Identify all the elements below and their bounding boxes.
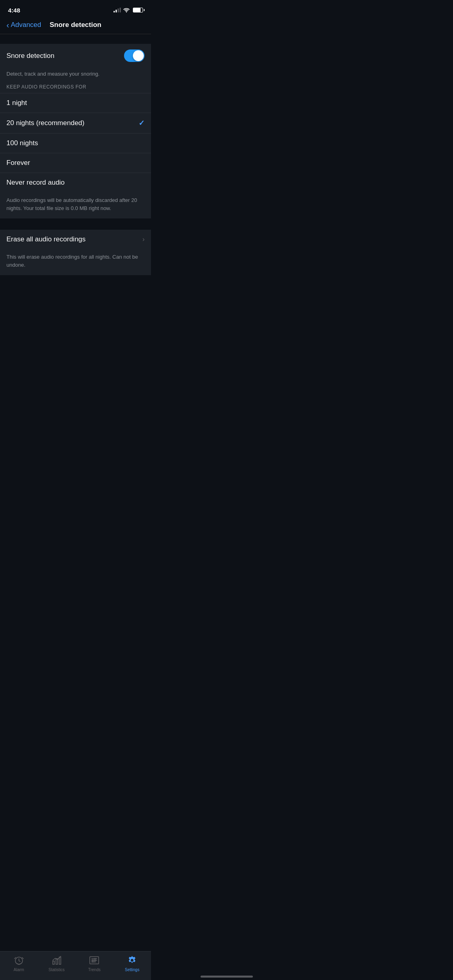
erase-recordings-footer: This will erase audio recordings for all…: [0, 249, 151, 275]
status-bar: 4:48: [0, 0, 151, 18]
option-20-nights[interactable]: 20 nights (recommended) ✓: [0, 113, 151, 133]
toggle-thumb: [133, 50, 144, 61]
audio-recordings-footer: Audio recordings will be automatically d…: [0, 192, 151, 218]
erase-recordings-label: Erase all audio recordings: [6, 235, 86, 243]
navigation-header: ‹ Advanced Snore detection: [0, 18, 151, 34]
snore-detection-label: Snore detection: [6, 52, 54, 60]
snore-detection-description: Detect, track and measure your snoring.: [0, 68, 151, 82]
content-area: Snore detection Detect, track and measur…: [0, 44, 151, 315]
top-spacer: [0, 34, 151, 44]
option-100-nights-label: 100 nights: [6, 139, 38, 147]
option-forever[interactable]: Forever: [0, 153, 151, 173]
back-button[interactable]: ‹ Advanced: [6, 21, 41, 29]
snore-detection-group: Snore detection Detect, track and measur…: [0, 44, 151, 218]
wifi-icon: [123, 8, 130, 12]
snore-detection-toggle-row[interactable]: Snore detection: [0, 44, 151, 68]
back-label: Advanced: [11, 21, 41, 29]
option-forever-label: Forever: [6, 159, 30, 167]
erase-recordings-row[interactable]: Erase all audio recordings ›: [0, 230, 151, 249]
option-never-record-label: Never record audio: [6, 179, 65, 187]
signal-icon: [114, 8, 121, 12]
selected-checkmark: ✓: [139, 119, 145, 128]
chevron-right-icon: ›: [143, 236, 145, 243]
section-gap: [0, 218, 151, 230]
option-1-night-label: 1 night: [6, 99, 27, 107]
option-20-nights-label: 20 nights (recommended): [6, 119, 85, 127]
back-chevron-icon: ‹: [6, 21, 9, 29]
status-time: 4:48: [8, 7, 20, 14]
snore-detection-toggle[interactable]: [124, 49, 145, 62]
option-100-nights[interactable]: 100 nights: [0, 133, 151, 153]
status-icons: [114, 8, 143, 12]
battery-icon: [133, 8, 143, 12]
option-never-record[interactable]: Never record audio: [0, 173, 151, 192]
audio-recordings-section-header: KEEP AUDIO RECORDINGS FOR: [0, 82, 151, 93]
option-1-night[interactable]: 1 night: [0, 93, 151, 113]
page-title: Snore detection: [50, 21, 101, 29]
erase-recordings-group: Erase all audio recordings › This will e…: [0, 230, 151, 275]
